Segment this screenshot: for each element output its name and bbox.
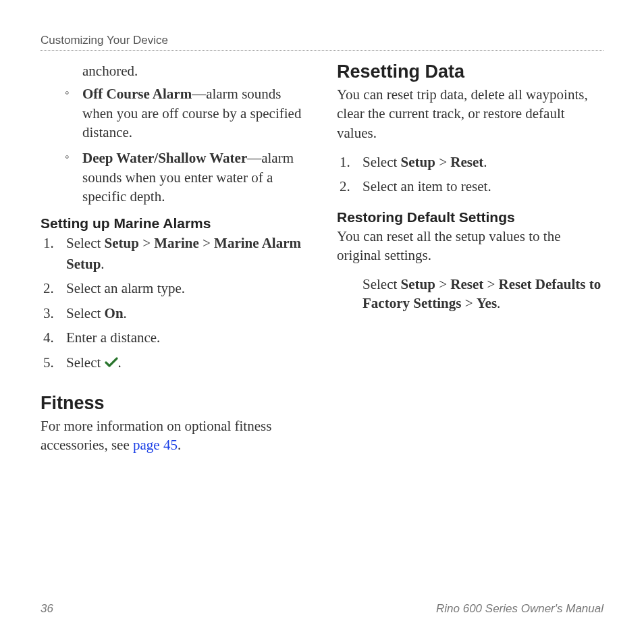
bullet-term: Off Course Alarm (82, 86, 192, 102)
step-text: Select (66, 235, 105, 251)
checkmark-icon (105, 353, 118, 373)
step-1: Select Setup > Marine > Marine Alarm Set… (41, 233, 307, 274)
reset-steps: Select Setup > Reset. Select an item to … (337, 152, 603, 197)
restore-text: . (497, 295, 500, 311)
restore-text: Select (363, 276, 401, 292)
reset-step-2: Select an item to reset. (337, 176, 603, 196)
step-3: Select On. (41, 303, 307, 323)
page-footer: 36 Rino 600 Series Owner's Manual (41, 602, 603, 616)
header-section-title: Customizing Your Device (41, 34, 168, 47)
step-bold: Setup (401, 154, 435, 170)
fitness-text: . (178, 437, 181, 453)
restore-bold: Reset (450, 276, 483, 292)
heading-resetting-data: Resetting Data (337, 61, 603, 82)
heading-restoring-defaults: Restoring Default Settings (337, 209, 603, 225)
bullet-deep-shallow: Deep Water/Shallow Water—alarm sounds wh… (61, 149, 307, 206)
bullet-off-course: Off Course Alarm—alarm sounds when you a… (61, 84, 307, 142)
manual-title: Rino 600 Series Owner's Manual (436, 602, 603, 616)
content-columns: anchored. Off Course Alarm—alarm sounds … (41, 61, 603, 455)
restore-intro: You can reset all the setup values to th… (337, 227, 603, 265)
fitness-paragraph: For more information on optional fitness… (41, 417, 307, 455)
restore-sep: > (483, 276, 498, 292)
step-bold: Marine (154, 235, 198, 251)
page-header: Customizing Your Device (41, 34, 603, 51)
right-column: Resetting Data You can reset trip data, … (337, 61, 603, 455)
bullet-term: Deep Water/Shallow Water (82, 150, 247, 166)
step-2: Select an alarm type. (41, 278, 307, 298)
step-text: Select (66, 354, 105, 371)
left-column: anchored. Off Course Alarm—alarm sounds … (41, 61, 307, 455)
step-text: . (118, 354, 122, 371)
restore-sep: > (435, 276, 450, 292)
step-sep: > (139, 235, 154, 251)
heading-fitness: Fitness (41, 393, 307, 414)
marine-steps: Select Setup > Marine > Marine Alarm Set… (41, 233, 307, 374)
page-number: 36 (41, 602, 53, 616)
step-5: Select . (41, 352, 307, 374)
step-bold: On (105, 305, 124, 321)
step-text: Select (66, 305, 105, 321)
reset-step-1: Select Setup > Reset. (337, 152, 603, 172)
step-sep: > (435, 154, 450, 170)
step-text: . (124, 305, 127, 321)
heading-marine-alarms: Setting up Marine Alarms (41, 215, 307, 232)
restore-instruction: Select Setup > Reset > Reset Defaults to… (363, 275, 603, 313)
restore-sep: > (461, 295, 476, 311)
restore-bold: Yes (477, 295, 497, 311)
step-text: Select (363, 154, 401, 170)
step-bold: Setup (105, 235, 139, 251)
step-text: . (101, 256, 104, 272)
reset-intro: You can reset trip data, delete all wayp… (337, 85, 603, 142)
step-4: Enter a distance. (41, 327, 307, 348)
continuation-text: anchored. (82, 61, 307, 80)
step-text: . (483, 154, 487, 170)
alarm-bullet-list: Off Course Alarm—alarm sounds when you a… (61, 84, 307, 206)
restore-bold: Setup (401, 276, 435, 292)
step-bold: Reset (450, 154, 483, 170)
page-45-link[interactable]: page 45 (133, 437, 178, 453)
step-sep: > (199, 235, 214, 251)
